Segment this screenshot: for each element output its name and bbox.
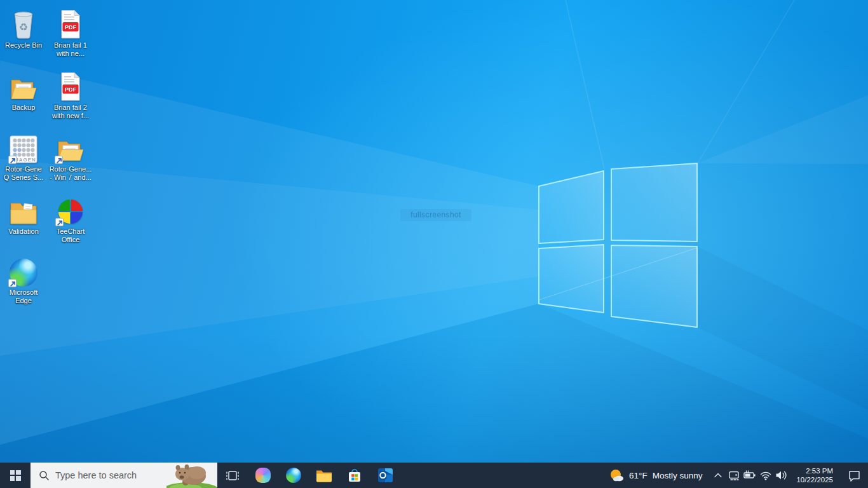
clock-date: 10/22/2025: [796, 475, 833, 484]
pdf-file-icon: PDF: [58, 72, 83, 102]
start-button[interactable]: [0, 463, 31, 488]
desktop-icon-label: Brian fail 1 with ne...: [47, 41, 94, 58]
desktop-icon-rotor-gene-win7-folder[interactable]: Rotor-Gene... - Win 7 and...: [47, 130, 94, 182]
edge-browser-icon: [286, 468, 301, 483]
desktop-icon-microsoft-edge[interactable]: Microsoft Edge: [0, 254, 47, 305]
desktop-icon-label: Rotor-Gene Q Series S...: [0, 165, 47, 182]
taskbar-clock[interactable]: 2:53 PM 10/22/2025: [789, 463, 840, 488]
desktop-icon-rotor-gene-q-series[interactable]: QIAGEN Rotor-Gene Q Series S...: [0, 130, 47, 182]
desktop-icon-label: Backup: [0, 104, 47, 112]
weather-condition: Mostly sunny: [653, 471, 703, 480]
svg-text:♻: ♻: [19, 22, 28, 32]
weather-widget[interactable]: 61°F Mostly sunny: [602, 463, 710, 488]
desktop-wallpaper: fullscreenshot ♻ Recycle Bin PDF Br: [0, 0, 868, 463]
search-highlight-wombat-image[interactable]: [166, 463, 217, 488]
watermark-text: fullscreenshot: [400, 209, 471, 221]
desktop-icon-teechart-office[interactable]: TeeChart Office: [47, 193, 94, 244]
desktop-icon-label: Microsoft Edge: [0, 288, 47, 305]
desktop-icon-brian-fail-2-pdf[interactable]: PDF Brian fail 2 with new f...: [47, 69, 94, 120]
mostly-sunny-icon: [609, 468, 624, 483]
taskbar-edge-button[interactable]: [278, 463, 309, 488]
battery-charging-icon: [743, 470, 756, 481]
svg-text:PDF: PDF: [65, 86, 77, 93]
chevron-up-icon: [713, 470, 723, 480]
tray-volume-button[interactable]: [773, 463, 789, 488]
weather-temperature: 61°F: [629, 471, 648, 480]
taskbar-empty-space: [400, 463, 602, 488]
shortcut-arrow-icon: [8, 279, 17, 287]
desktop-icon-validation-folder[interactable]: Validation: [0, 193, 47, 236]
open-folder-icon: [9, 75, 38, 102]
taskbar-microsoft-store-button[interactable]: [339, 463, 370, 488]
task-view-button[interactable]: [217, 463, 248, 488]
windows-logo-wallpaper: [0, 0, 868, 463]
recycle-bin-icon: ♻: [11, 10, 36, 39]
taskbar-outlook-button[interactable]: [370, 463, 400, 488]
shortcut-arrow-icon: [55, 156, 63, 164]
taskbar-copilot-button[interactable]: [248, 463, 278, 488]
notification-bubble-icon: [848, 469, 861, 482]
show-hidden-icons-button[interactable]: [710, 463, 726, 488]
file-explorer-icon: [316, 468, 332, 482]
svg-text:PDF: PDF: [65, 24, 77, 30]
display-device-icon: [728, 469, 740, 482]
taskbar-search-box[interactable]: [31, 463, 217, 488]
desktop-icon-label: Recycle Bin: [0, 41, 47, 50]
wifi-icon: [759, 470, 772, 481]
folder-with-documents-icon: [9, 200, 38, 226]
outlook-icon: [377, 468, 393, 483]
pdf-file-icon: PDF: [58, 10, 83, 39]
taskbar: 61°F Mostly sunny: [0, 463, 868, 488]
desktop-icon-recycle-bin[interactable]: ♻ Recycle Bin: [0, 6, 47, 50]
microsoft-store-icon: [347, 468, 362, 484]
tray-display-device-button[interactable]: [726, 463, 742, 488]
taskbar-file-explorer-button[interactable]: [309, 463, 339, 488]
action-center-button[interactable]: [840, 463, 868, 488]
volume-icon: [775, 470, 788, 481]
shortcut-arrow-icon: [8, 156, 17, 164]
search-icon: [39, 470, 50, 481]
windows-start-icon: [10, 470, 21, 481]
desktop-icon-label: Rotor-Gene... - Win 7 and...: [47, 165, 94, 182]
tray-wifi-button[interactable]: [757, 463, 773, 488]
desktop-icon-backup-folder[interactable]: Backup: [0, 69, 47, 112]
shortcut-arrow-icon: [55, 218, 64, 226]
desktop-icon-label: TeeChart Office: [47, 227, 94, 244]
clock-time: 2:53 PM: [796, 466, 833, 475]
tray-battery-button[interactable]: [742, 463, 757, 488]
desktop-icon-brian-fail-1-pdf[interactable]: PDF Brian fail 1 with ne...: [47, 6, 94, 58]
desktop-icon-label: Validation: [0, 227, 47, 236]
task-view-icon: [226, 469, 240, 482]
copilot-icon: [255, 468, 271, 483]
desktop-icon-label: Brian fail 2 with new f...: [47, 104, 94, 120]
